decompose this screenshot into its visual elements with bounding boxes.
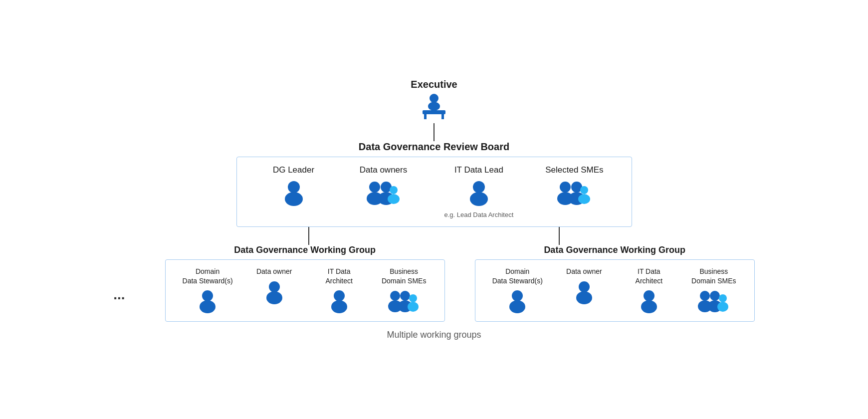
bottom-label: Multiple working groups <box>387 330 481 340</box>
wg-right-business-smes-label: BusinessDomain SMEs <box>691 267 736 285</box>
ellipsis: ··· <box>113 290 125 306</box>
svg-point-0 <box>430 94 438 103</box>
wg-left-business-smes-icon <box>386 289 422 314</box>
svg-point-37 <box>644 290 654 301</box>
board-member-dg-leader: DG Leader <box>249 165 339 218</box>
board-member-selected-smes: Selected SMEs <box>529 165 619 218</box>
data-owners-icon <box>364 180 404 208</box>
svg-point-23 <box>269 281 280 292</box>
dg-leader-icon <box>281 180 306 208</box>
wg-left-domain-steward-label: DomainData Steward(s) <box>183 267 233 285</box>
svg-point-12 <box>388 194 400 204</box>
svg-point-21 <box>202 290 213 301</box>
data-owners-label: Data owners <box>360 165 407 175</box>
wg-left-it-data-architect-label: IT DataArchitect <box>325 267 352 285</box>
board-member-data-owners: Data owners <box>339 165 429 218</box>
wg-left-data-owner-label: Data owner <box>256 267 292 276</box>
svg-point-32 <box>408 302 419 312</box>
org-chart-diagram: Executive Data Governance Review Board D… <box>35 79 833 340</box>
svg-point-43 <box>719 294 727 302</box>
svg-point-25 <box>334 290 345 301</box>
svg-point-39 <box>700 291 710 301</box>
it-data-lead-label: IT Data Lead <box>454 165 503 175</box>
svg-point-15 <box>560 182 571 193</box>
svg-point-5 <box>288 181 300 193</box>
review-board-box: DG Leader Data owners <box>236 157 632 227</box>
svg-point-31 <box>409 294 417 302</box>
connector-exec-board <box>434 123 434 141</box>
wg-right-it-data-architect-icon <box>638 289 660 314</box>
svg-point-7 <box>369 182 380 193</box>
wg-right-business-smes: BusinessDomain SMEs <box>681 267 746 314</box>
svg-point-41 <box>710 291 720 301</box>
selected-smes-icon <box>554 180 594 208</box>
svg-point-44 <box>717 302 728 312</box>
selected-smes-label: Selected SMEs <box>545 165 603 175</box>
svg-point-36 <box>576 291 592 304</box>
svg-rect-4 <box>441 114 444 119</box>
svg-point-29 <box>400 291 410 301</box>
board-wg-connectors <box>160 227 708 245</box>
svg-point-33 <box>512 290 523 301</box>
wg-left-label: Data Governance Working Group <box>234 245 376 255</box>
wg-left-business-smes: BusinessDomain SMEs <box>372 267 436 314</box>
svg-rect-2 <box>423 110 445 114</box>
svg-point-38 <box>641 300 657 313</box>
dg-leader-label: DG Leader <box>273 165 314 175</box>
connector-board-wg-right <box>559 227 560 245</box>
svg-point-19 <box>580 186 588 194</box>
wg-left-data-owner-icon <box>263 280 285 305</box>
wg-left-it-data-architect: IT DataArchitect <box>307 267 372 314</box>
wg-left-data-owner: Data owner <box>242 267 307 314</box>
wg-right-label: Data Governance Working Group <box>544 245 685 255</box>
svg-rect-3 <box>424 114 427 119</box>
wg-right-data-owner-icon <box>573 280 595 305</box>
wg-right-data-owner: Data owner <box>552 267 617 314</box>
wg-right-business-smes-icon <box>696 289 732 314</box>
svg-point-14 <box>470 192 488 206</box>
svg-point-22 <box>200 300 216 313</box>
svg-point-20 <box>578 194 590 204</box>
wg-right-section: Data Governance Working Group DomainData… <box>475 245 755 321</box>
it-data-lead-sublabel: e.g. Lead Data Architect <box>444 211 514 218</box>
svg-point-35 <box>579 281 590 292</box>
svg-point-1 <box>428 102 440 111</box>
svg-point-11 <box>390 186 398 194</box>
executive-icon <box>417 93 451 123</box>
working-groups-row: ··· Data Governance Working Group Domain… <box>35 245 833 321</box>
svg-point-34 <box>509 300 525 313</box>
executive-label: Executive <box>411 79 457 90</box>
wg-right-domain-steward-label: DomainData Steward(s) <box>492 267 543 285</box>
svg-point-26 <box>331 300 347 313</box>
wg-right-it-data-architect-label: IT DataArchitect <box>636 267 662 285</box>
wg-right-domain-steward-icon <box>506 289 528 314</box>
svg-point-6 <box>285 192 303 206</box>
review-board-label: Data Governance Review Board <box>359 141 509 153</box>
svg-point-13 <box>473 181 485 193</box>
connector-board-wg-left <box>308 227 309 245</box>
wg-left-box: DomainData Steward(s) Data owner IT Data… <box>165 259 445 321</box>
wg-right-it-data-architect: IT DataArchitect <box>617 267 681 314</box>
wg-right-box: DomainData Steward(s) Data owner IT Data… <box>475 259 755 321</box>
wg-left-domain-steward: DomainData Steward(s) <box>174 267 242 314</box>
wg-left-business-smes-label: BusinessDomain SMEs <box>382 267 426 285</box>
review-board-section: Data Governance Review Board DG Leader D… <box>236 141 632 227</box>
wg-left-section: Data Governance Working Group DomainData… <box>165 245 445 321</box>
board-member-it-data-lead: IT Data Lead e.g. Lead Data Architect <box>429 165 530 218</box>
svg-point-24 <box>266 291 282 304</box>
wg-right-data-owner-label: Data owner <box>566 267 602 276</box>
svg-point-27 <box>390 291 400 301</box>
wg-left-it-data-architect-icon <box>328 289 350 314</box>
executive-node: Executive <box>411 79 457 123</box>
wg-right-domain-steward: DomainData Steward(s) <box>483 267 552 314</box>
it-data-lead-icon <box>466 180 491 208</box>
wg-left-domain-steward-icon <box>197 289 218 314</box>
